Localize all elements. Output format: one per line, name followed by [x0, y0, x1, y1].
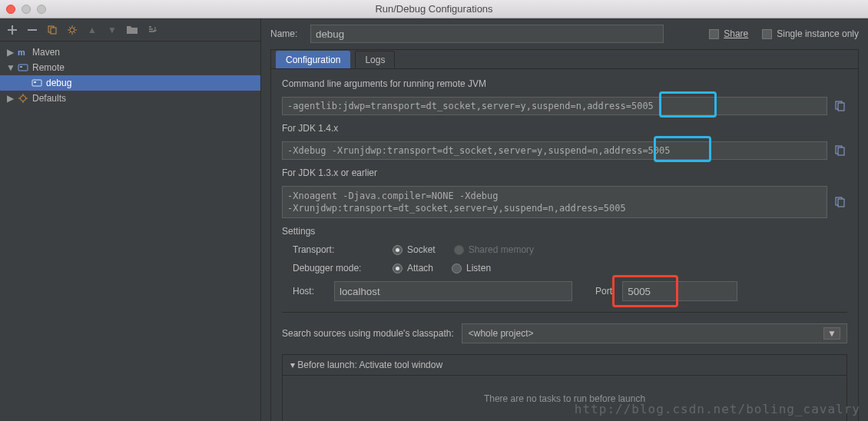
- remote-debug-icon: [31, 77, 43, 89]
- config-content: Name: Share Single instance only Configu…: [261, 18, 868, 421]
- before-launch-panel: ▾ Before launch: Activate tool window Th…: [282, 354, 847, 421]
- remote-icon: [17, 61, 29, 74]
- svg-rect-13: [838, 148, 844, 155]
- mode-attach-radio[interactable]: Attach: [393, 263, 433, 273]
- mode-listen-radio[interactable]: Listen: [452, 263, 491, 273]
- port-label: Port:: [595, 286, 615, 297]
- folder-button[interactable]: [126, 24, 138, 36]
- transport-socket-radio[interactable]: Socket: [393, 244, 436, 255]
- maven-icon: m: [17, 46, 29, 58]
- before-launch-empty: There are no tasks to run before launch: [283, 375, 846, 421]
- tree-item-maven[interactable]: ▶ m Maven: [0, 45, 260, 60]
- tree-item-label: debug: [46, 78, 71, 88]
- move-down-button[interactable]: ▼: [106, 24, 118, 36]
- svg-point-9: [21, 96, 26, 101]
- sort-button[interactable]: [146, 24, 158, 36]
- config-sidebar: ▲ ▼ ▶ m Maven ▼ Remote debug ▶: [0, 18, 261, 421]
- tree-item-label: Defaults: [32, 93, 66, 104]
- svg-rect-8: [34, 81, 36, 83]
- copy-jdk13-button[interactable]: [833, 195, 847, 209]
- copy-jdk14-button[interactable]: [833, 144, 847, 157]
- host-label: Host:: [293, 286, 326, 297]
- before-launch-header[interactable]: ▾ Before launch: Activate tool window: [283, 355, 846, 375]
- edit-defaults-button[interactable]: [66, 24, 78, 36]
- jdk13-label: For JDK 1.3.x or earlier: [282, 167, 847, 178]
- transport-label: Transport:: [293, 244, 393, 255]
- sidebar-toolbar: ▲ ▼: [0, 18, 260, 41]
- port-input[interactable]: [622, 281, 737, 301]
- tree-item-label: Maven: [32, 47, 60, 58]
- config-tree: ▶ m Maven ▼ Remote debug ▶ Defaults: [0, 41, 260, 109]
- cmdline-field[interactable]: -agentlib:jdwp=transport=dt_socket,serve…: [282, 97, 827, 115]
- share-label: Share: [724, 28, 748, 39]
- collapse-icon: ▼: [6, 62, 14, 73]
- svg-rect-2: [51, 28, 56, 34]
- jdk14-field[interactable]: -Xdebug -Xrunjdwp:transport=dt_socket,se…: [282, 141, 827, 160]
- settings-heading: Settings: [282, 226, 847, 237]
- svg-rect-15: [838, 199, 844, 207]
- window-title: Run/Debug Configurations: [0, 3, 868, 15]
- share-checkbox[interactable]: Share: [709, 28, 748, 39]
- svg-rect-7: [32, 80, 41, 86]
- search-sources-label: Search sources using module's classpath:: [282, 328, 454, 339]
- svg-rect-11: [838, 103, 844, 111]
- name-label: Name:: [270, 28, 303, 39]
- expand-icon: ▶: [6, 93, 14, 104]
- tab-logs[interactable]: Logs: [355, 51, 395, 68]
- svg-rect-6: [20, 66, 22, 68]
- copy-config-button[interactable]: [46, 24, 58, 36]
- jdk14-label: For JDK 1.4.x: [282, 123, 847, 134]
- expand-icon: ▶: [6, 47, 14, 58]
- tree-item-defaults[interactable]: ▶ Defaults: [0, 91, 260, 106]
- svg-rect-5: [18, 65, 28, 71]
- jdk13-field[interactable]: -Xnoagent -Djava.compiler=NONE -Xdebug-X…: [282, 186, 827, 218]
- window-titlebar: Run/Debug Configurations: [0, 0, 868, 18]
- name-input[interactable]: [310, 25, 664, 43]
- transport-shared-radio: Shared memory: [454, 244, 534, 255]
- svg-point-3: [70, 28, 75, 32]
- svg-text:m: m: [18, 48, 25, 57]
- tree-item-label: Remote: [32, 62, 65, 73]
- remove-config-button[interactable]: [26, 24, 38, 36]
- mode-label: Debugger mode:: [293, 263, 393, 273]
- single-instance-label: Single instance only: [777, 28, 859, 39]
- single-instance-checkbox[interactable]: Single instance only: [762, 28, 859, 39]
- copy-cmdline-button[interactable]: [833, 99, 847, 113]
- module-classpath-select[interactable]: <whole project> ▼: [462, 323, 847, 343]
- defaults-icon: [17, 92, 29, 104]
- move-up-button[interactable]: ▲: [86, 24, 98, 36]
- tab-configuration[interactable]: Configuration: [276, 51, 350, 68]
- tree-item-debug[interactable]: debug: [0, 75, 260, 91]
- svg-rect-0: [28, 29, 37, 31]
- tree-item-remote[interactable]: ▼ Remote: [0, 60, 260, 75]
- host-input[interactable]: [334, 281, 572, 301]
- chevron-down-icon: ▼: [823, 327, 840, 340]
- cmdline-label: Command line arguments for running remot…: [282, 78, 847, 89]
- add-config-button[interactable]: [6, 24, 18, 36]
- config-tabs: Configuration Logs: [271, 49, 858, 69]
